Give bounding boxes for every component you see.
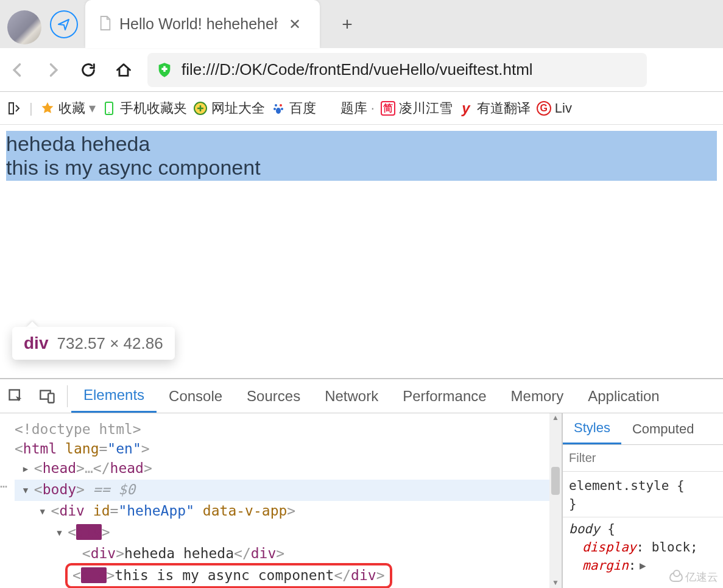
- device-toggle-icon[interactable]: [35, 384, 60, 408]
- computed-tab[interactable]: Computed: [621, 413, 705, 444]
- dom-highlighted-row: <div>this is my async component</div>: [65, 563, 392, 588]
- paw-icon: [271, 101, 286, 116]
- reload-button[interactable]: [77, 58, 100, 82]
- browser-tab-active[interactable]: Hello World! heheheheh ✕: [85, 0, 320, 48]
- devtools-tab-elements[interactable]: Elements: [71, 379, 157, 413]
- favorites-button[interactable]: 收藏 ▾: [40, 99, 96, 117]
- devtools-tab-memory[interactable]: Memory: [499, 379, 576, 413]
- bookmark-youdao[interactable]: y 有道翻译: [459, 99, 531, 117]
- devtools-tabs: Elements Console Sources Network Perform…: [0, 379, 723, 413]
- url-text: file:///D:/OK/Code/frontEnd/vueHello/vue…: [182, 60, 533, 79]
- svg-point-10: [276, 108, 281, 114]
- inspect-icon[interactable]: [4, 384, 28, 408]
- g-icon: G: [537, 101, 551, 116]
- devtools-body: <!doctype html> <html lang="en"> <head>……: [0, 413, 723, 588]
- bookmark-lingchuan[interactable]: 简 凌川江雪: [381, 99, 453, 117]
- svg-rect-1: [163, 66, 166, 71]
- bookmarks-bar: | 收藏 ▾ 手机收藏夹 网址大全 百度 题库 · 简 凌川江雪 y 有道翻译 …: [0, 92, 723, 125]
- inspect-highlight: heheda heheda this is my async component: [6, 131, 717, 181]
- file-icon: [99, 15, 112, 33]
- devtools-panel: Elements Console Sources Network Perform…: [0, 378, 723, 588]
- jian-icon: 简: [381, 101, 395, 116]
- page-content: heheda heheda this is my async component…: [0, 125, 723, 376]
- home-button[interactable]: [112, 58, 135, 82]
- styles-filter[interactable]: [563, 445, 723, 472]
- styles-pane: Styles Computed element.style { } body {…: [562, 413, 723, 588]
- svg-point-4: [108, 112, 110, 113]
- tooltip-tag: div: [24, 334, 48, 353]
- address-bar-row: file:///D:/OK/Code/frontEnd/vueHello/vue…: [0, 48, 723, 92]
- bookmark-mobile[interactable]: 手机收藏夹: [102, 99, 187, 117]
- chevron-down-icon: ▾: [89, 100, 96, 116]
- watermark: 亿速云: [669, 570, 718, 584]
- browser-tabstrip: Hello World! heheheheh ✕ +: [0, 0, 723, 48]
- tab-title: Hello World! heheheheh: [119, 15, 278, 33]
- plus-circle-icon: [193, 101, 208, 116]
- svg-point-9: [281, 108, 283, 110]
- svg-point-8: [273, 108, 276, 110]
- sidebar-toggle-icon[interactable]: [7, 101, 22, 116]
- cloud-icon: [669, 572, 683, 582]
- crescent-icon: [322, 101, 337, 116]
- page-text-line-2: this is my async component: [6, 156, 717, 180]
- bookmark-baidu[interactable]: 百度: [271, 99, 316, 117]
- devtools-tab-sources[interactable]: Sources: [235, 379, 312, 413]
- tooltip-dimensions: 732.57 × 42.86: [57, 334, 163, 353]
- forward-button[interactable]: [41, 58, 65, 82]
- svg-point-7: [280, 104, 282, 107]
- bookmark-liv[interactable]: G Liv: [537, 100, 572, 116]
- star-icon: [40, 101, 55, 116]
- devtools-tab-console[interactable]: Console: [157, 379, 235, 413]
- dom-scrollbar[interactable]: ▲▼: [549, 413, 562, 588]
- shield-icon: [156, 61, 173, 79]
- y-icon: y: [459, 101, 473, 116]
- compass-icon[interactable]: [50, 10, 78, 38]
- devtools-tab-application[interactable]: Application: [576, 379, 671, 413]
- tab-close-icon[interactable]: ✕: [289, 16, 301, 33]
- phone-icon: [102, 101, 116, 116]
- page-text-line-1: heheda heheda: [6, 132, 717, 156]
- address-bar[interactable]: file:///D:/OK/Code/frontEnd/vueHello/vue…: [147, 53, 647, 87]
- element-tooltip: div 732.57 × 42.86: [12, 327, 175, 360]
- svg-rect-13: [48, 393, 54, 402]
- svg-point-6: [275, 104, 277, 107]
- dom-tree[interactable]: <!doctype html> <html lang="en"> <head>……: [0, 413, 549, 588]
- svg-rect-2: [9, 103, 13, 114]
- profile-avatar[interactable]: [7, 10, 41, 44]
- styles-filter-input[interactable]: [569, 451, 717, 465]
- bookmark-sites[interactable]: 网址大全: [193, 99, 265, 117]
- devtools-tab-performance[interactable]: Performance: [390, 379, 498, 413]
- bookmark-tiku[interactable]: 题库 ·: [322, 99, 375, 117]
- devtools-tab-network[interactable]: Network: [312, 379, 390, 413]
- new-tab-button[interactable]: +: [338, 15, 356, 33]
- back-button[interactable]: [6, 58, 29, 82]
- styles-tab[interactable]: Styles: [563, 413, 621, 444]
